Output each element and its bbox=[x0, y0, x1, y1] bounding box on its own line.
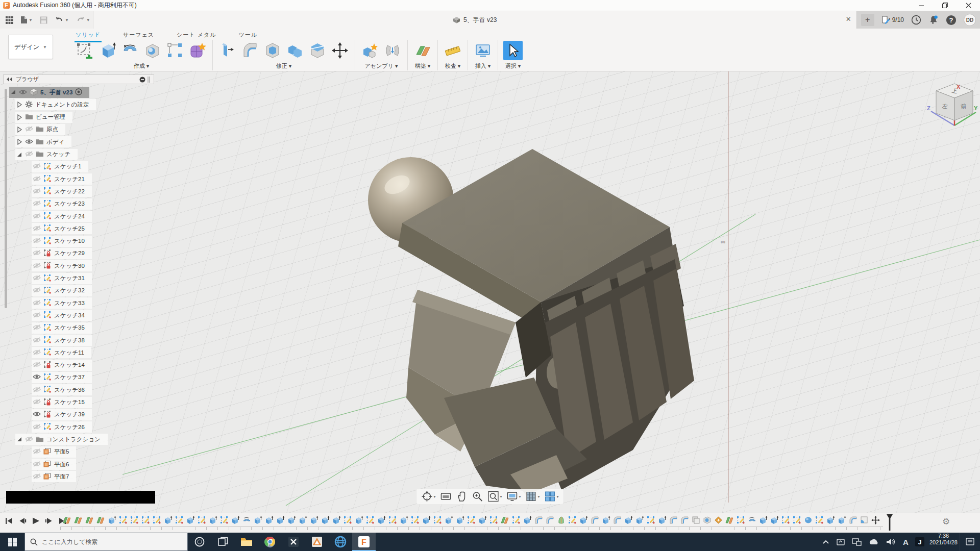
ribbon-group-label[interactable]: 構築 ▾ bbox=[415, 62, 431, 70]
sketch-icon[interactable] bbox=[43, 212, 52, 221]
plane-feature[interactable] bbox=[74, 515, 83, 524]
fillet-feature[interactable] bbox=[545, 515, 554, 524]
folder-icon[interactable] bbox=[36, 126, 44, 133]
sketch-feature[interactable] bbox=[175, 515, 184, 524]
plane-feature[interactable] bbox=[96, 515, 105, 524]
sketch-icon[interactable] bbox=[43, 274, 52, 283]
create-sketch-icon[interactable] bbox=[76, 41, 95, 60]
sketch-locked-icon[interactable] bbox=[43, 261, 52, 270]
ribbon-group-label[interactable]: 検査 ▾ bbox=[445, 62, 461, 70]
extrude-feature[interactable] bbox=[579, 515, 588, 524]
sketch-node[interactable]: スケッチ34 bbox=[32, 310, 92, 321]
form-feature[interactable] bbox=[556, 515, 566, 524]
browser-node-construction[interactable]: コンストラクション bbox=[15, 434, 108, 445]
ribbon-group-label[interactable]: 選択 ▾ bbox=[505, 62, 521, 70]
user-avatar[interactable]: DD bbox=[964, 14, 976, 26]
extrude-feature[interactable] bbox=[523, 515, 532, 524]
sketch-node[interactable]: スケッチ32 bbox=[32, 285, 92, 296]
panel-minus-icon[interactable] bbox=[139, 77, 145, 83]
visibility-eye-icon[interactable] bbox=[33, 324, 41, 331]
visibility-eye-icon[interactable] bbox=[33, 374, 41, 381]
zoom-tool-button[interactable] bbox=[470, 490, 484, 503]
sketch-feature[interactable] bbox=[141, 515, 150, 524]
timeline-step-back-button[interactable] bbox=[17, 516, 28, 526]
browser-node-スケッチ[interactable]: スケッチ bbox=[15, 149, 78, 160]
workspace-selector-button[interactable]: デザイン▼ bbox=[8, 35, 53, 59]
visibility-eye-icon[interactable] bbox=[33, 349, 41, 356]
sketch-node[interactable]: スケッチ33 bbox=[32, 297, 92, 309]
visibility-eye-icon[interactable] bbox=[33, 263, 41, 269]
sketch-feature[interactable] bbox=[388, 515, 397, 524]
extrude-feature[interactable] bbox=[309, 515, 318, 524]
plane-feature[interactable] bbox=[62, 515, 71, 524]
sketch-feature[interactable] bbox=[152, 515, 161, 524]
visibility-eye-icon[interactable] bbox=[33, 387, 41, 393]
timeline-play-button[interactable] bbox=[31, 516, 41, 526]
sketch-icon[interactable] bbox=[43, 336, 52, 345]
visibility-eye-icon[interactable] bbox=[33, 238, 41, 244]
extrude-feature[interactable] bbox=[635, 515, 644, 524]
collapse-icon[interactable] bbox=[16, 436, 22, 442]
split-body-icon[interactable] bbox=[308, 41, 327, 60]
visibility-eye-icon[interactable] bbox=[33, 176, 41, 183]
extrude-feature[interactable] bbox=[354, 515, 363, 524]
extrude-feature[interactable] bbox=[377, 515, 386, 524]
visibility-eye-icon[interactable] bbox=[33, 275, 41, 282]
panel-handle-icon[interactable] bbox=[148, 77, 151, 83]
select-cursor-icon[interactable] bbox=[503, 41, 523, 60]
sketch-node[interactable]: スケッチ38 bbox=[32, 335, 92, 346]
browser-scrollbar[interactable] bbox=[5, 89, 7, 308]
extrude-feature[interactable] bbox=[837, 515, 846, 524]
extrude-feature[interactable] bbox=[186, 515, 195, 524]
fit-tool-button[interactable]: ▾ bbox=[486, 490, 503, 503]
extrude-feature[interactable] bbox=[455, 515, 464, 524]
collapse-icon[interactable] bbox=[16, 152, 22, 158]
combine-icon[interactable] bbox=[285, 41, 305, 60]
tray-ime-a-icon[interactable]: A bbox=[903, 538, 909, 546]
recent-activity-button[interactable] bbox=[911, 15, 921, 25]
sketch-node[interactable]: スケッチ25 bbox=[32, 223, 92, 234]
collapse-panel-icon[interactable] bbox=[7, 77, 13, 82]
ribbon-group-label[interactable]: 作成 ▾ bbox=[134, 62, 150, 70]
visibility-eye-icon[interactable] bbox=[33, 461, 41, 468]
visibility-eye-icon[interactable] bbox=[25, 151, 33, 158]
sketch-icon[interactable] bbox=[43, 311, 52, 320]
folder-icon[interactable] bbox=[36, 151, 44, 158]
visibility-eye-icon[interactable] bbox=[33, 312, 41, 319]
timeline-step-forward-button[interactable] bbox=[44, 516, 54, 526]
timeline-settings-gear-icon[interactable]: ⚙ bbox=[942, 516, 950, 527]
close-window-button[interactable] bbox=[957, 0, 980, 11]
close-document-tab-button[interactable]: ✕ bbox=[846, 15, 851, 23]
fillet-feature[interactable] bbox=[612, 515, 622, 524]
file-menu-button[interactable]: ▼ bbox=[18, 13, 35, 27]
box-feature[interactable] bbox=[691, 515, 700, 524]
minimize-button[interactable] bbox=[910, 0, 933, 11]
pan-tool-button[interactable] bbox=[454, 490, 469, 503]
sketch-feature[interactable] bbox=[489, 515, 498, 524]
visibility-eye-icon[interactable] bbox=[33, 362, 41, 368]
sketch-node[interactable]: スケッチ24 bbox=[32, 211, 92, 222]
visibility-eye-icon[interactable] bbox=[33, 213, 41, 220]
visibility-eye-icon[interactable] bbox=[33, 300, 41, 307]
construction-plane-node[interactable]: 平面5 bbox=[32, 446, 76, 458]
sketch-icon[interactable] bbox=[43, 237, 52, 246]
insert-canvas-icon[interactable] bbox=[473, 41, 493, 60]
document-tab[interactable]: 5、手首 v23 ✕ bbox=[93, 11, 857, 29]
tray-network-icon[interactable] bbox=[852, 538, 862, 546]
folder-icon[interactable] bbox=[36, 138, 44, 146]
plane-feature[interactable] bbox=[85, 515, 94, 524]
gear-icon[interactable] bbox=[25, 101, 33, 109]
fillet-feature[interactable] bbox=[848, 515, 857, 524]
fillet-feature[interactable] bbox=[669, 515, 678, 524]
section-feature[interactable] bbox=[860, 515, 869, 524]
hole-feature[interactable] bbox=[702, 515, 712, 524]
extrude-feature[interactable] bbox=[826, 515, 835, 524]
tray-onedrive-icon[interactable] bbox=[868, 538, 879, 545]
taskbar-app-task-view[interactable] bbox=[211, 533, 235, 551]
timeline-ruler[interactable] bbox=[60, 527, 883, 530]
sketch-feature[interactable] bbox=[130, 515, 139, 524]
visibility-eye-icon[interactable] bbox=[25, 436, 33, 443]
move-copy-icon[interactable] bbox=[330, 41, 350, 60]
sketch-feature[interactable] bbox=[511, 515, 521, 524]
sketch-feature[interactable] bbox=[568, 515, 577, 524]
